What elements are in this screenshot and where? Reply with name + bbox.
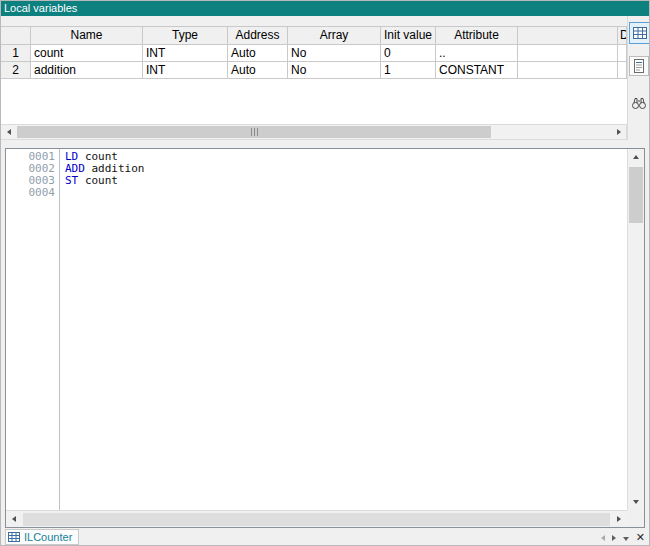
side-toolbar [627,16,650,140]
il-code-editor[interactable]: 0001LD count 0002ADD addition 0003ST cou… [5,148,645,528]
column-header-type[interactable]: Type [143,27,228,45]
column-header-address[interactable]: Address [228,27,288,45]
next-tab-button[interactable] [612,530,616,544]
column-header-array[interactable]: Array [288,27,381,45]
close-tab-button[interactable]: ✕ [636,532,645,543]
column-header-init-value[interactable]: Init value [381,27,436,45]
row-number[interactable]: 2 [1,62,31,79]
scrollbar-corner [627,510,644,527]
editor-horizontal-scrollbar[interactable] [6,510,627,527]
document-icon [631,58,647,74]
arrow-up-icon [633,155,639,159]
line-number: 0004 [6,187,59,199]
cell-array[interactable]: No [288,45,381,62]
arrow-right-icon [612,535,616,541]
cell-name[interactable]: count [31,45,143,62]
variables-table: Name Type Address Array Init value Attri… [0,26,627,79]
cell-blank[interactable] [518,62,618,79]
table-hscroll-thumb[interactable] [17,126,491,138]
gutter-separator [59,149,60,510]
column-header-name[interactable]: Name [31,27,143,45]
code-line[interactable]: 0004 [6,187,626,199]
editor-vscroll-thumb[interactable] [629,167,643,223]
scroll-right-button[interactable] [611,125,626,139]
cell-attribute[interactable]: CONSTANT [436,62,518,79]
code-line[interactable]: 0003ST count [6,175,626,187]
find-button[interactable] [629,93,649,113]
arrow-right-icon [617,129,621,135]
column-header-attribute[interactable]: Attribute [436,27,518,45]
editor-vertical-scrollbar[interactable] [627,149,644,510]
tab-ilcounter[interactable]: ILCounter [5,529,79,545]
thumb-grip-icon [254,128,255,136]
scroll-down-button[interactable] [628,494,644,510]
cell-attribute[interactable]: .. [436,45,518,62]
arrow-down-icon [633,500,639,504]
cell-array[interactable]: No [288,62,381,79]
cell-name[interactable]: addition [31,62,143,79]
cell-address[interactable]: Auto [228,45,288,62]
arrow-left-icon [601,535,605,541]
table-horizontal-scrollbar[interactable] [0,124,627,140]
scroll-up-button[interactable] [628,149,644,165]
column-header-blank[interactable] [518,27,618,45]
binoculars-icon [631,95,647,111]
arrow-left-icon [12,516,16,522]
cell-type[interactable]: INT [143,45,228,62]
scroll-right-button[interactable] [611,511,627,527]
row-number[interactable]: 1 [1,45,31,62]
editor-hscroll-thumb[interactable] [23,513,610,526]
variables-list-button[interactable] [629,56,649,76]
column-header-rownum[interactable] [1,27,31,45]
cell-init-value[interactable]: 0 [381,45,436,62]
il-grid-icon [8,531,20,543]
cell-address[interactable]: Auto [228,62,288,79]
il-operand: count [85,174,118,187]
tab-navigation: ✕ [601,530,645,544]
grid-icon [632,25,648,41]
column-header-description[interactable]: D [618,27,627,45]
statusbar: ILCounter ✕ [0,528,650,546]
cell-blank[interactable] [518,45,618,62]
cell-description[interactable] [618,62,627,79]
code-area[interactable]: 0001LD count 0002ADD addition 0003ST cou… [6,151,626,199]
chevron-down-icon [623,537,629,541]
pane-titlebar[interactable]: Local variables [0,0,650,16]
scroll-left-button[interactable] [6,511,22,527]
arrow-right-icon [617,516,621,522]
cell-type[interactable]: INT [143,62,228,79]
variables-table-pane: Name Type Address Array Init value Attri… [0,26,627,124]
cell-description[interactable] [618,45,627,62]
prev-tab-button[interactable] [601,530,605,544]
tab-label: ILCounter [24,530,72,544]
grid-view-button[interactable] [629,22,650,44]
tab-list-button[interactable] [623,530,629,544]
pane-title: Local variables [4,2,77,14]
scroll-left-button[interactable] [1,125,16,139]
arrow-left-icon [7,129,11,135]
cell-init-value[interactable]: 1 [381,62,436,79]
